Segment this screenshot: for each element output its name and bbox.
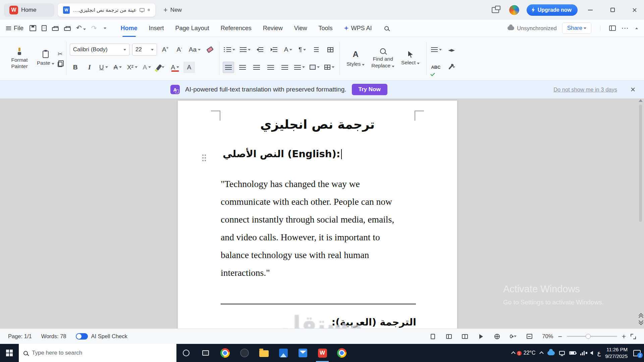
cut-button[interactable]: ✂	[58, 50, 63, 58]
italic-button[interactable]: I	[84, 62, 95, 73]
taskbar-search[interactable]	[19, 344, 176, 362]
taskbar-chrome[interactable]	[215, 344, 235, 362]
scroll-up-icon[interactable]	[639, 99, 643, 102]
drag-handle-icon[interactable]	[202, 154, 206, 162]
menu-view[interactable]: View	[294, 20, 307, 37]
next-page-button[interactable]	[639, 321, 643, 325]
close-button[interactable]	[625, 0, 644, 20]
search-icon[interactable]	[384, 26, 389, 31]
heading-translation[interactable]: الترجمة (العربية):	[332, 316, 416, 328]
volume-icon[interactable]	[590, 351, 593, 355]
menu-references[interactable]: References	[221, 20, 252, 37]
layout-switch-icon[interactable]	[609, 25, 616, 31]
taskbar-wps[interactable]: W	[313, 344, 332, 362]
graduation-cap-icon[interactable]	[448, 49, 455, 52]
zoom-out-button[interactable]: −	[558, 333, 562, 340]
align-left-button[interactable]	[223, 62, 234, 73]
autoplay-icon[interactable]	[478, 334, 484, 340]
spellcheck-toggle[interactable]	[76, 333, 88, 340]
quick-access-chevron-icon[interactable]	[104, 27, 106, 29]
page-indicator[interactable]: Page: 1/1	[8, 333, 32, 340]
sort-button[interactable]	[311, 44, 322, 55]
copy-button[interactable]	[58, 62, 62, 67]
zoom-level[interactable]: 70%	[542, 333, 553, 340]
increase-font-button[interactable]: A+	[160, 44, 171, 55]
new-tab-button[interactable]: + New	[159, 6, 186, 14]
styles-button[interactable]: A Styles	[343, 40, 368, 77]
language-indicator[interactable]: ع	[597, 349, 601, 357]
network-icon[interactable]	[580, 351, 586, 355]
decrease-indent-button[interactable]	[254, 44, 266, 55]
home-tab[interactable]: W Home	[4, 3, 54, 17]
find-replace-button[interactable]: Find and Replace	[368, 40, 398, 77]
doc-title-arabic[interactable]: ترجمة نص انجليزي	[178, 117, 457, 132]
justify-button[interactable]	[265, 62, 276, 73]
menu-review[interactable]: Review	[263, 20, 283, 37]
bullets-button[interactable]	[223, 44, 236, 55]
taskbar-file-explorer[interactable]	[254, 344, 274, 362]
taskbar-mail[interactable]	[293, 344, 313, 362]
tray-expand-icon-2[interactable]	[539, 351, 544, 356]
upgrade-button[interactable]: Upgrade now	[527, 4, 578, 16]
underline-button[interactable]: U	[98, 62, 109, 73]
zoom-slider[interactable]	[567, 336, 617, 337]
zoom-slider-thumb[interactable]	[586, 334, 591, 339]
paragraph-english[interactable]: "Technology has changed the way we commu…	[221, 175, 422, 282]
font-name-select[interactable]: Calibri (Body)	[70, 44, 129, 56]
redo-button[interactable]: ↷	[91, 25, 97, 32]
try-now-button[interactable]: Try Now	[352, 84, 387, 95]
start-button[interactable]	[0, 344, 19, 362]
columns-button[interactable]	[325, 44, 336, 55]
scrollbar-thumb[interactable]	[639, 105, 642, 222]
collapse-ribbon-icon[interactable]	[635, 27, 638, 29]
fit-page-icon[interactable]	[526, 334, 533, 340]
eyedropper-button[interactable]	[447, 62, 458, 73]
banner-close-icon[interactable]	[631, 87, 635, 92]
paragraph-mark-button[interactable]: ¶	[297, 44, 308, 55]
display-icon[interactable]	[559, 351, 565, 355]
spell-check-button[interactable]: ABC	[430, 62, 441, 73]
heading-original[interactable]: النص الأصلي (English):	[223, 148, 342, 160]
window-switcher-icon[interactable]	[492, 7, 499, 13]
vertical-scrollbar[interactable]	[638, 99, 643, 328]
align-center-button[interactable]	[237, 62, 248, 73]
text-effects-button[interactable]: A	[141, 62, 153, 73]
font-color-button[interactable]: A	[169, 62, 181, 73]
avatar[interactable]	[508, 4, 520, 16]
eye-protection-icon[interactable]	[510, 334, 517, 340]
cortana-button[interactable]	[176, 344, 196, 362]
banner-dismiss-link[interactable]: Do not show me in 3 days	[553, 86, 617, 93]
menu-home[interactable]: Home	[121, 20, 138, 37]
taskbar-app-dark[interactable]	[235, 344, 254, 362]
cloud-app-icon[interactable]	[547, 351, 555, 355]
change-case-button[interactable]: Aa	[188, 44, 202, 55]
previous-page-button[interactable]	[639, 314, 643, 318]
file-menu[interactable]: File	[6, 25, 23, 32]
superscript-button[interactable]: X²	[126, 62, 139, 73]
text-tools-button[interactable]	[430, 44, 443, 55]
distribute-button[interactable]	[279, 62, 290, 73]
zoom-in-button[interactable]: +	[622, 333, 626, 340]
minimize-button[interactable]	[581, 0, 600, 20]
taskbar-photos[interactable]	[274, 344, 293, 362]
read-mode-icon[interactable]	[462, 334, 468, 340]
select-button[interactable]: Select	[398, 40, 423, 77]
paste-button[interactable]: Paste	[34, 40, 58, 77]
save-button[interactable]	[30, 25, 36, 31]
borders-button[interactable]	[323, 62, 335, 73]
format-painter-button[interactable]: Format Painter	[5, 40, 34, 77]
increase-indent-button[interactable]	[268, 44, 280, 55]
tray-expand-icon[interactable]	[511, 351, 516, 356]
document-tab[interactable]: W عينة من ترجمة نص انجليزي.doc	[58, 3, 155, 17]
print-button[interactable]	[52, 27, 59, 31]
maximize-button[interactable]	[603, 0, 622, 20]
quick-print-button[interactable]	[64, 27, 71, 31]
line-spacing-button[interactable]	[293, 62, 306, 73]
print-preview-button[interactable]	[42, 25, 47, 31]
clear-formatting-button[interactable]	[204, 44, 216, 55]
menu-insert[interactable]: Insert	[149, 20, 164, 37]
decrease-font-button[interactable]: A-	[174, 44, 185, 55]
battery-icon[interactable]	[569, 351, 576, 355]
character-shading-button[interactable]: A	[183, 62, 195, 73]
menu-page-layout[interactable]: Page Layout	[175, 20, 209, 37]
